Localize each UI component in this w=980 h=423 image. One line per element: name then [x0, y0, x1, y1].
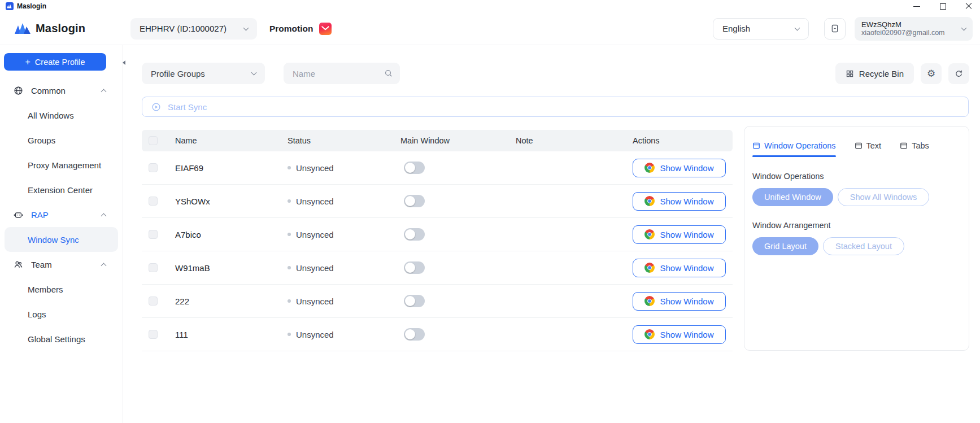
show-window-button[interactable]: Show Window [633, 192, 726, 211]
row-checkbox[interactable] [149, 163, 158, 172]
main-window-toggle[interactable] [404, 162, 425, 174]
sidebar-section-team[interactable]: Team [0, 252, 123, 277]
team-selector-label: EHPHRV (ID:1000027) [140, 24, 227, 33]
status-dot-icon [288, 266, 291, 269]
column-header-name: Name [167, 136, 279, 145]
main-window-toggle[interactable] [404, 328, 425, 341]
grid-layout-button[interactable]: Grid Layout [752, 237, 818, 255]
recycle-bin-button[interactable]: Recycle Bin [835, 63, 914, 84]
toggle-knob [405, 229, 415, 239]
show-window-label: Show Window [660, 230, 713, 239]
chrome-icon [644, 229, 655, 239]
table-row: W91maB Unsynced Show Window [142, 251, 733, 285]
maximize-icon[interactable] [939, 3, 946, 10]
window-icon [752, 142, 760, 150]
main-window-toggle[interactable] [404, 195, 425, 207]
sidebar-item-window-sync[interactable]: Window Sync [5, 227, 118, 252]
account-menu[interactable]: EWzSQhzM xiaofei020907@gmail.com [855, 17, 973, 41]
sidebar-item-groups[interactable]: Groups [0, 128, 123, 152]
minimize-icon[interactable] [913, 3, 920, 10]
chevron-up-icon [101, 263, 107, 268]
show-window-button[interactable]: Show Window [633, 225, 726, 244]
red-envelope-icon [319, 23, 332, 35]
row-checkbox[interactable] [149, 263, 158, 272]
sidebar-item-members[interactable]: Members [0, 277, 123, 302]
sidebar-item-global-settings[interactable]: Global Settings [0, 326, 123, 351]
status-text: Unsynced [296, 296, 334, 306]
sidebar-item-all-windows[interactable]: All Windows [0, 103, 123, 128]
app-logo-icon [6, 2, 14, 10]
show-window-label: Show Window [660, 296, 713, 306]
status-dot-icon [288, 299, 291, 303]
chevron-up-icon [101, 89, 107, 94]
team-selector-dropdown[interactable]: EHPHRV (ID:1000027) [130, 18, 257, 40]
search-box [284, 63, 400, 84]
show-window-button[interactable]: Show Window [633, 325, 726, 344]
sidebar-section-common[interactable]: Common [0, 78, 123, 103]
chrome-icon [644, 196, 655, 206]
sidebar-section-label: Common [31, 86, 102, 95]
status-cell: Unsynced [279, 263, 392, 273]
profile-groups-dropdown[interactable]: Profile Groups [142, 63, 265, 84]
show-window-label: Show Window [660, 330, 713, 339]
status-cell: Unsynced [279, 163, 392, 173]
stacked-layout-button[interactable]: Stacked Layout [823, 237, 904, 255]
play-circle-icon [151, 102, 161, 112]
search-input[interactable] [293, 69, 384, 79]
table-header: Name Status Main Window Note Actions [142, 130, 733, 151]
titlebar: Maslogin [0, 0, 980, 12]
row-checkbox[interactable] [149, 330, 158, 339]
grid-icon [846, 69, 854, 78]
promotion-label: Promotion [269, 24, 313, 34]
status-cell: Unsynced [279, 197, 392, 206]
profile-name: YShOWx [175, 197, 210, 206]
start-sync-button[interactable]: Start Sync [142, 97, 969, 117]
sidebar: + Create Profile Common All Windows Grou… [0, 45, 123, 423]
tab-text[interactable]: Text [855, 141, 882, 157]
tab-tabs[interactable]: Tabs [900, 141, 929, 157]
row-checkbox[interactable] [149, 197, 158, 206]
app-header: Maslogin EHPHRV (ID:1000027) Promotion E… [0, 12, 980, 45]
main-window-toggle[interactable] [404, 228, 425, 241]
show-window-button[interactable]: Show Window [633, 292, 726, 311]
create-profile-button[interactable]: + Create Profile [4, 53, 106, 71]
select-all-checkbox[interactable] [149, 136, 158, 145]
refresh-button[interactable] [948, 63, 969, 84]
show-window-label: Show Window [660, 263, 713, 273]
status-text: Unsynced [296, 197, 334, 206]
sidebar-item-proxy-management[interactable]: Proxy Management [0, 152, 123, 177]
sidebar-section-rap[interactable]: RAP [0, 202, 123, 227]
settings-button[interactable]: ⚙ [921, 63, 942, 84]
recycle-bin-label: Recycle Bin [859, 69, 904, 79]
chevron-down-icon [795, 25, 800, 30]
close-icon[interactable] [965, 3, 972, 10]
profile-name: A7bico [175, 230, 201, 239]
sidebar-collapse-icon[interactable] [123, 56, 130, 69]
show-window-button[interactable]: Show Window [633, 159, 726, 177]
docs-button[interactable] [824, 18, 846, 40]
sidebar-section-label: Team [31, 260, 102, 269]
profiles-table: Name Status Main Window Note Actions EIA… [142, 130, 733, 351]
unified-window-button[interactable]: Unified Window [752, 188, 833, 206]
column-header-note: Note [507, 136, 622, 145]
tab-window-operations[interactable]: Window Operations [752, 141, 836, 157]
row-checkbox[interactable] [149, 296, 158, 306]
main-window-toggle[interactable] [404, 295, 425, 307]
refresh-icon [955, 69, 963, 78]
status-text: Unsynced [296, 230, 334, 239]
sidebar-item-extension-center[interactable]: Extension Center [0, 177, 123, 202]
show-window-button[interactable]: Show Window [633, 259, 726, 277]
row-checkbox[interactable] [149, 230, 158, 239]
table-row: YShOWx Unsynced Show Window [142, 185, 733, 218]
language-dropdown[interactable]: English [713, 18, 809, 40]
globe-icon [14, 86, 23, 95]
gear-icon: ⚙ [927, 69, 935, 79]
chevron-down-icon [251, 70, 257, 76]
toggle-knob [405, 296, 415, 306]
show-all-windows-button[interactable]: Show All Windows [838, 188, 929, 206]
window-operations-panel: Window Operations Text [744, 126, 969, 351]
promotion-link[interactable]: Promotion [269, 23, 332, 35]
main-window-toggle[interactable] [404, 261, 425, 274]
sidebar-item-logs[interactable]: Logs [0, 302, 123, 326]
column-header-main-window: Main Window [392, 136, 507, 145]
